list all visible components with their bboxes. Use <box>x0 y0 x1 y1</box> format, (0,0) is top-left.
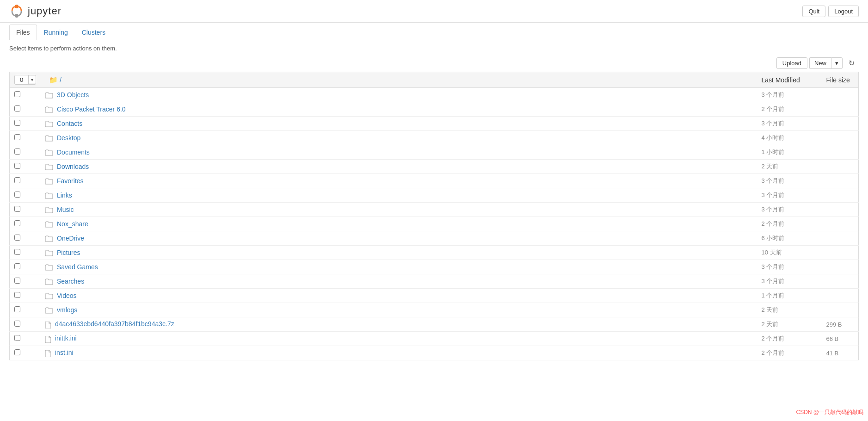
row-checkbox-cell <box>10 145 41 160</box>
tab-files[interactable]: Files <box>9 25 37 40</box>
upload-button[interactable]: Upload <box>776 57 807 69</box>
row-checkbox[interactable] <box>14 235 20 241</box>
header-breadcrumb-cell: 📁 / <box>41 72 757 88</box>
file-name-link[interactable]: Music <box>57 206 74 213</box>
folder-icon <box>45 149 55 156</box>
size-label: File size <box>826 76 850 84</box>
folder-icon <box>45 263 55 271</box>
header-modified-cell[interactable]: Last Modified <box>757 72 822 88</box>
row-checkbox-cell <box>10 188 41 203</box>
row-name-cell: Searches <box>41 274 757 289</box>
file-name-link[interactable]: Searches <box>57 278 84 285</box>
folder-icon <box>45 292 55 299</box>
row-size-cell: 41 B <box>822 346 859 360</box>
modified-label: Last Modified <box>762 76 800 84</box>
table-row: Favorites3 个月前 <box>10 174 859 188</box>
row-checkbox[interactable] <box>14 306 20 312</box>
row-modified-cell: 3 个月前 <box>757 117 822 131</box>
file-name-link[interactable]: Saved Games <box>57 263 98 271</box>
row-name-cell: Downloads <box>41 160 757 174</box>
folder-icon <box>45 91 55 99</box>
file-table: 0 ▾ 📁 / Last Modified File size <box>9 72 859 360</box>
folder-icon <box>45 206 55 213</box>
folder-icon <box>45 235 55 242</box>
file-name-link[interactable]: inst.ini <box>55 349 74 356</box>
file-name-link[interactable]: d4ac4633ebd6440fa397b84f1bc94a3c.7z <box>55 320 174 328</box>
row-checkbox[interactable] <box>14 134 20 140</box>
row-size-cell <box>822 102 859 117</box>
folder-icon <box>45 134 55 142</box>
row-modified-cell: 2 天前 <box>757 317 822 332</box>
file-name-link[interactable]: vmlogs <box>57 306 77 314</box>
new-button[interactable]: New <box>809 57 831 69</box>
quit-button[interactable]: Quit <box>802 6 825 17</box>
row-checkbox[interactable] <box>14 177 20 183</box>
row-size-cell <box>822 145 859 160</box>
file-name-link[interactable]: OneDrive <box>57 235 84 242</box>
tab-clusters[interactable]: Clusters <box>75 25 112 40</box>
row-name-cell: Documents <box>41 145 757 160</box>
file-name-link[interactable]: Desktop <box>57 134 80 142</box>
table-row: Videos1 个月前 <box>10 289 859 303</box>
table-row: OneDrive6 小时前 <box>10 231 859 246</box>
row-checkbox[interactable] <box>14 120 20 126</box>
row-checkbox[interactable] <box>14 149 20 155</box>
file-name-link[interactable]: Downloads <box>57 163 89 170</box>
row-checkbox[interactable] <box>14 105 20 111</box>
row-size-cell: 66 B <box>822 332 859 346</box>
row-size-cell <box>822 246 859 260</box>
file-name-link[interactable]: Pictures <box>57 249 80 256</box>
table-row: 3D Objects3 个月前 <box>10 88 859 102</box>
row-checkbox[interactable] <box>14 349 20 355</box>
row-checkbox[interactable] <box>14 91 20 97</box>
table-row: Downloads2 天前 <box>10 160 859 174</box>
row-checkbox[interactable] <box>14 278 20 284</box>
header: jupyter Quit Logout <box>0 0 868 23</box>
file-name-link[interactable]: Links <box>57 192 72 199</box>
row-size-cell <box>822 188 859 203</box>
file-name-link[interactable]: 3D Objects <box>57 91 89 99</box>
row-checkbox[interactable] <box>14 249 20 255</box>
row-name-cell: inittk.ini <box>41 332 757 346</box>
refresh-button[interactable]: ↻ <box>844 56 859 70</box>
file-name-link[interactable]: Cisco Packet Tracer 6.0 <box>57 105 126 113</box>
row-checkbox-cell <box>10 346 41 360</box>
count-dropdown[interactable]: ▾ <box>29 76 36 83</box>
table-row: Documents1 小时前 <box>10 145 859 160</box>
row-checkbox[interactable] <box>14 292 20 298</box>
row-size-cell <box>822 160 859 174</box>
new-button-group: New ▾ <box>809 57 843 69</box>
header-size-cell[interactable]: File size <box>822 72 859 88</box>
row-checkbox-cell <box>10 260 41 274</box>
row-checkbox[interactable] <box>14 263 20 269</box>
row-checkbox[interactable] <box>14 206 20 212</box>
file-name-link[interactable]: Favorites <box>57 177 84 185</box>
logo-text: jupyter <box>28 5 62 17</box>
row-name-cell: Cisco Packet Tracer 6.0 <box>41 102 757 117</box>
count-box: 0 ▾ <box>14 75 36 85</box>
table-row: Links3 个月前 <box>10 188 859 203</box>
file-name-link[interactable]: Videos <box>57 292 77 299</box>
row-checkbox[interactable] <box>14 163 20 169</box>
folder-icon <box>45 249 55 256</box>
new-dropdown-button[interactable]: ▾ <box>831 57 843 69</box>
file-icon <box>45 349 53 356</box>
row-checkbox-cell <box>10 231 41 246</box>
file-name-link[interactable]: Nox_share <box>57 220 88 228</box>
tab-running[interactable]: Running <box>37 25 75 40</box>
file-name-link[interactable]: Contacts <box>57 120 82 127</box>
file-name-link[interactable]: Documents <box>57 149 90 156</box>
logout-button[interactable]: Logout <box>828 6 859 17</box>
row-checkbox[interactable] <box>14 335 20 341</box>
row-checkbox[interactable] <box>14 321 20 327</box>
row-checkbox-cell <box>10 174 41 188</box>
row-checkbox-cell <box>10 303 41 317</box>
file-name-link[interactable]: inittk.ini <box>55 334 77 342</box>
row-modified-cell: 2 个月前 <box>757 217 822 231</box>
row-size-cell <box>822 303 859 317</box>
row-size-cell <box>822 88 859 102</box>
row-checkbox-cell <box>10 217 41 231</box>
row-size-cell <box>822 231 859 246</box>
row-checkbox[interactable] <box>14 220 20 226</box>
row-checkbox[interactable] <box>14 192 20 198</box>
